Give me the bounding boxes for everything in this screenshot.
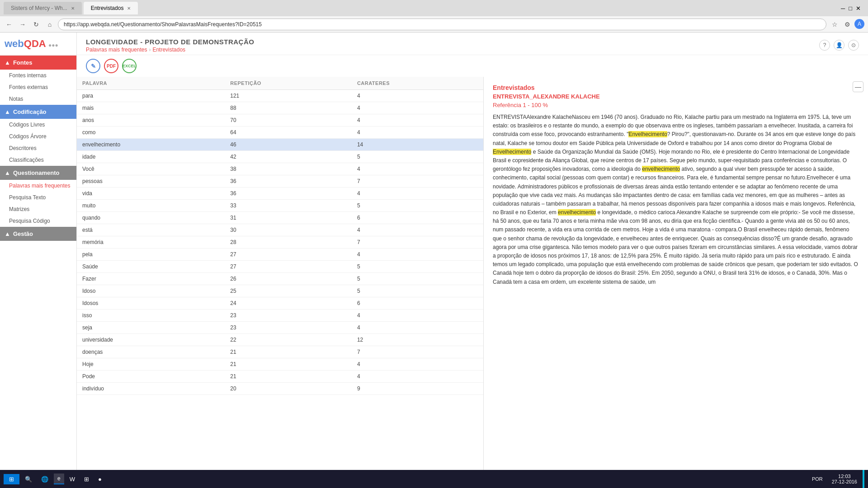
right-panel-title: Entrevistados [493,84,859,91]
toolbar-icons: ✎ PDF EXCEL [77,55,868,77]
bookmark-btn[interactable]: ☆ [829,19,840,30]
main-content: LONGEVIDADE - PROJETO DE DEMONSTRAÇÃO Pa… [77,33,868,488]
sidebar-item-descritores[interactable]: Descritores [0,142,76,154]
taskbar-search[interactable]: 🔍 [21,474,36,484]
help-btn[interactable]: ? [819,40,830,51]
collapse-btn[interactable]: — [853,81,863,92]
table-row[interactable]: como 64 4 [77,127,483,139]
table-row[interactable]: universidade 22 12 [77,334,483,346]
table-row[interactable]: doenças 21 7 [77,346,483,358]
table-panel: PALAVRA REPETIÇÃO CARATERES para 121 4 m… [77,77,484,488]
table-row[interactable]: Idoso 25 5 [77,285,483,297]
table-row[interactable]: Hoje 21 4 [77,358,483,371]
sidebar-item-notas[interactable]: Notas [0,93,76,105]
close-btn[interactable]: ✕ [856,5,861,12]
table-row[interactable]: isso 23 4 [77,310,483,322]
sidebar-item-pesquisa-codigo[interactable]: Pesquisa Código [0,215,76,227]
table-row[interactable]: idade 42 5 [77,151,483,163]
sidebar-item-fontes-externas[interactable]: Fontes externas [0,81,76,93]
edit-icon: ✎ [91,63,96,70]
sidebar-item-matrizes[interactable]: Matrizes [0,203,76,215]
browser-tab-2[interactable]: Entrevistados ✕ [84,2,138,14]
sidebar-gestao-header[interactable]: ▲ Gestão [0,227,76,241]
taskbar-ie[interactable]: e [54,474,64,484]
cell-carateres: 7 [352,236,483,249]
sidebar-item-codigos-arvore[interactable]: Códigos Árvore [0,131,76,142]
cell-repeticao: 64 [225,127,352,139]
table-row[interactable]: anos 70 4 [77,114,483,127]
pdf-btn[interactable]: PDF [104,59,118,73]
app-logo: webQDA ●●● [0,33,76,56]
back-btn[interactable]: ← [4,19,14,30]
cell-palavra: quando [77,212,225,224]
table-row[interactable]: pessoas 36 7 [77,175,483,188]
page-title: LONGEVIDADE - PROJETO DE DEMONSTRAÇÃO [86,38,254,46]
cell-carateres: 4 [352,371,483,383]
sidebar-item-pesquisa-texto[interactable]: Pesquisa Texto [0,192,76,203]
right-panel-subtitle: ENTREVISTA_ALEXANDRE KALACHE [493,93,859,100]
tab-2-close[interactable]: ✕ [127,6,131,11]
table-row[interactable]: memória 28 7 [77,236,483,249]
taskbar-word[interactable]: W [66,474,79,484]
cell-carateres: 12 [352,334,483,346]
tab-1-close[interactable]: ✕ [71,6,75,11]
right-panel-reference: Referência 1 - 100 % [493,102,859,108]
table-row[interactable]: Fazer 26 5 [77,273,483,285]
cell-carateres: 4 [352,114,483,127]
explorer-icon: 🌐 [41,476,48,483]
table-row[interactable]: para 121 4 [77,90,483,102]
cell-palavra: envelhecimento [77,139,225,151]
home-btn[interactable]: ⌂ [44,19,55,30]
forward-btn[interactable]: → [17,19,28,30]
breadcrumb-root[interactable]: Palavras mais frequentes [86,47,147,53]
table-row[interactable]: Saúde 27 5 [77,261,483,273]
browser-titlebar: Sisters of Mercy - Wh... ✕ Entrevistados… [0,0,868,16]
taskbar-explorer[interactable]: 🌐 [38,474,52,484]
cell-palavra: universidade [77,334,225,346]
taskbar-calc[interactable]: ⊞ [80,474,93,484]
edit-btn[interactable]: ✎ [86,59,100,73]
browser-tab-1[interactable]: Sisters of Mercy - Wh... ✕ [4,2,82,14]
account-btn[interactable]: ⊙ [848,40,859,51]
table-row[interactable]: está 30 4 [77,224,483,236]
maximize-btn[interactable]: □ [849,5,852,12]
cell-repeticao: 30 [225,224,352,236]
sidebar: webQDA ●●● ▲ Fontes Fontes internas Font… [0,33,77,488]
gestao-toggle-icon: ▲ [5,230,10,237]
taskbar-chrome[interactable]: ● [94,474,105,484]
cell-carateres: 5 [352,261,483,273]
show-desktop-btn[interactable] [863,470,864,488]
sidebar-item-palavras-frequentes[interactable]: Palavras mais frequentes [0,180,76,192]
table-row[interactable]: indivíduo 20 9 [77,383,483,395]
sidebar-item-classificacoes[interactable]: Classificações [0,154,76,166]
cell-palavra: anos [77,114,225,127]
extensions-btn[interactable]: ⚙ [842,19,853,30]
table-row[interactable]: seja 23 4 [77,322,483,334]
excel-btn[interactable]: EXCEL [122,59,137,73]
sidebar-fontes-header[interactable]: ▲ Fontes [0,56,76,70]
cell-palavra: como [77,127,225,139]
browser-chrome: Sisters of Mercy - Wh... ✕ Entrevistados… [0,0,868,33]
cell-palavra: memória [77,236,225,249]
table-row[interactable]: pela 27 4 [77,249,483,261]
table-row[interactable]: Pode 21 4 [77,371,483,383]
address-bar[interactable] [58,19,826,30]
table-row[interactable]: quando 31 6 [77,212,483,224]
sidebar-codificacao-header[interactable]: ▲ Codificação [0,105,76,119]
cell-repeticao: 23 [225,322,352,334]
table-row[interactable]: Idosos 24 6 [77,297,483,310]
sidebar-item-fontes-internas[interactable]: Fontes internas [0,70,76,81]
table-row[interactable]: vida 36 4 [77,188,483,200]
table-row[interactable]: envelhecimento 46 14 [77,139,483,151]
reload-btn[interactable]: ↻ [31,19,42,30]
sidebar-questionamento-header[interactable]: ▲ Questionamento [0,166,76,180]
user-btn[interactable]: 👤 [834,40,844,51]
cell-palavra: doenças [77,346,225,358]
table-row[interactable]: mais 88 4 [77,102,483,114]
table-row[interactable]: muito 33 5 [77,200,483,212]
profile-btn[interactable]: A [854,19,864,29]
minimize-btn[interactable]: ─ [841,5,845,12]
sidebar-item-codigos-livres[interactable]: Códigos Livres [0,119,76,131]
table-row[interactable]: Você 38 4 [77,163,483,175]
start-btn[interactable]: ⊞ [4,474,19,484]
